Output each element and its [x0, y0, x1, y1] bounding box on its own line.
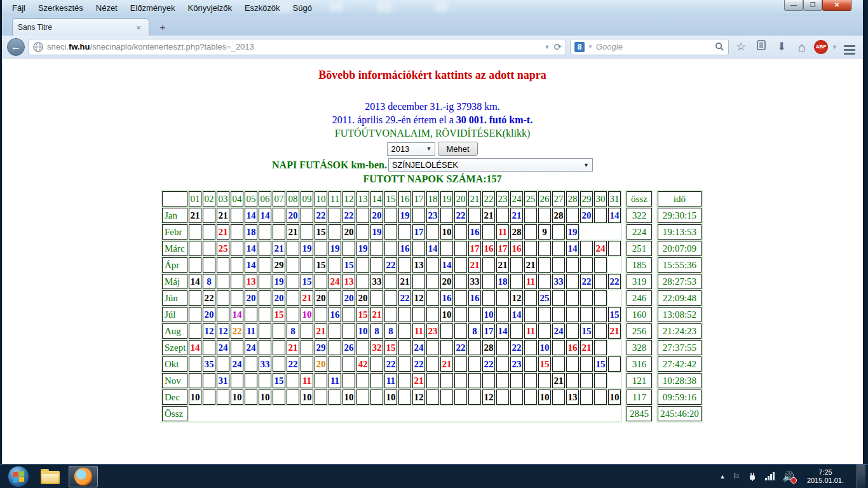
day-cell[interactable]: 16 — [468, 224, 481, 240]
day-cell[interactable]: 21 — [412, 373, 425, 388]
empty-day-cell[interactable] — [217, 274, 229, 289]
empty-day-cell[interactable] — [496, 390, 509, 405]
day-cell[interactable]: 22 — [384, 356, 397, 372]
day-cell[interactable]: 10 — [259, 390, 271, 405]
empty-day-cell[interactable] — [384, 290, 397, 306]
empty-day-cell[interactable] — [552, 257, 565, 273]
empty-day-cell[interactable] — [384, 274, 397, 289]
empty-day-cell[interactable] — [454, 356, 467, 372]
day-cell[interactable]: 33 — [370, 274, 383, 289]
empty-day-cell[interactable] — [566, 373, 579, 388]
menu-history[interactable]: Előzmények — [125, 2, 180, 14]
empty-day-cell[interactable] — [412, 274, 425, 289]
day-cell[interactable]: 20 — [315, 356, 327, 372]
empty-day-cell[interactable] — [454, 241, 467, 256]
empty-day-cell[interactable] — [231, 290, 243, 306]
day-cell[interactable]: 15 — [315, 224, 327, 240]
empty-day-cell[interactable] — [189, 241, 201, 256]
empty-day-cell[interactable] — [356, 257, 369, 273]
empty-day-cell[interactable] — [287, 290, 299, 306]
empty-day-cell[interactable] — [468, 356, 481, 372]
day-cell[interactable]: 19 — [566, 224, 579, 240]
day-cell[interactable]: 29 — [273, 257, 285, 273]
empty-day-cell[interactable] — [510, 274, 523, 289]
empty-day-cell[interactable] — [538, 373, 551, 388]
day-cell[interactable]: 13 — [566, 390, 579, 405]
day-cell[interactable]: 29 — [315, 340, 327, 355]
routes-link[interactable]: FUTÓÚTVONALAIM, RÖVIDÍTÉSEK(klikk) — [2, 128, 863, 139]
day-cell[interactable]: 24 — [329, 274, 341, 289]
day-cell[interactable]: 10 — [301, 390, 313, 405]
day-cell[interactable]: 21 — [315, 323, 327, 339]
day-cell[interactable]: 8 — [370, 323, 383, 339]
day-cell[interactable]: 10 — [538, 340, 551, 355]
empty-day-cell[interactable] — [273, 224, 285, 240]
empty-day-cell[interactable] — [580, 390, 593, 405]
empty-day-cell[interactable] — [552, 340, 565, 355]
empty-day-cell[interactable] — [384, 208, 397, 223]
empty-day-cell[interactable] — [259, 290, 271, 306]
empty-day-cell[interactable] — [440, 390, 453, 405]
taskbar-clock[interactable]: 7:25 2015.01.01. — [802, 468, 849, 485]
empty-day-cell[interactable] — [510, 323, 523, 339]
empty-day-cell[interactable] — [315, 241, 327, 256]
empty-day-cell[interactable] — [426, 307, 439, 322]
empty-day-cell[interactable] — [468, 390, 481, 405]
day-cell[interactable]: 16 — [468, 290, 481, 306]
empty-day-cell[interactable] — [398, 390, 411, 405]
day-cell[interactable]: 14 — [510, 307, 523, 322]
day-cell[interactable]: 13 — [412, 257, 425, 273]
empty-day-cell[interactable] — [454, 373, 467, 388]
empty-day-cell[interactable] — [454, 307, 467, 322]
day-cell[interactable]: 16 — [510, 241, 523, 256]
day-cell[interactable]: 14 — [608, 208, 621, 223]
empty-day-cell[interactable] — [412, 241, 425, 256]
empty-day-cell[interactable] — [440, 373, 453, 388]
empty-day-cell[interactable] — [412, 307, 425, 322]
bookmarks-menu-icon[interactable] — [753, 39, 770, 55]
day-cell[interactable]: 13 — [245, 274, 257, 289]
day-cell[interactable]: 24 — [594, 241, 607, 256]
day-cell[interactable]: 12 — [510, 290, 523, 306]
day-cell[interactable]: 20 — [342, 224, 355, 240]
empty-day-cell[interactable] — [482, 373, 495, 388]
day-cell[interactable]: 21 — [301, 290, 313, 306]
empty-day-cell[interactable] — [273, 356, 285, 372]
day-cell[interactable]: 20 — [203, 307, 215, 322]
day-cell[interactable]: 20 — [440, 274, 453, 289]
empty-day-cell[interactable] — [231, 241, 243, 256]
day-cell[interactable]: 15 — [315, 257, 327, 273]
empty-day-cell[interactable] — [259, 323, 271, 339]
empty-day-cell[interactable] — [203, 224, 215, 240]
empty-day-cell[interactable] — [398, 257, 411, 273]
action-center-flag-icon[interactable]: ⚐ — [733, 472, 740, 481]
tab-sans-titre[interactable]: Sans Titre × — [12, 18, 149, 36]
empty-day-cell[interactable] — [356, 340, 369, 355]
volume-muted-icon[interactable]: 🔊 — [782, 471, 794, 482]
empty-day-cell[interactable] — [329, 356, 341, 372]
empty-day-cell[interactable] — [189, 307, 201, 322]
day-cell[interactable]: 14 — [245, 257, 257, 273]
empty-day-cell[interactable] — [356, 390, 369, 405]
empty-day-cell[interactable] — [426, 274, 439, 289]
day-cell[interactable]: 10 — [231, 390, 243, 405]
day-cell[interactable]: 19 — [398, 208, 411, 223]
day-cell[interactable]: 20 — [580, 208, 593, 223]
day-cell[interactable]: 21 — [217, 208, 229, 223]
empty-day-cell[interactable] — [398, 356, 411, 372]
menu-edit[interactable]: Szerkesztés — [33, 2, 88, 14]
day-cell[interactable]: 21 — [510, 208, 523, 223]
day-cell[interactable]: 24 — [552, 323, 565, 339]
home-icon[interactable]: ⌂ — [794, 39, 810, 55]
empty-day-cell[interactable] — [454, 323, 467, 339]
empty-day-cell[interactable] — [217, 390, 229, 405]
empty-day-cell[interactable] — [342, 307, 355, 322]
day-cell[interactable]: 15 — [384, 340, 397, 355]
empty-day-cell[interactable] — [301, 257, 313, 273]
empty-day-cell[interactable] — [482, 224, 495, 240]
empty-day-cell[interactable] — [454, 224, 467, 240]
day-cell[interactable]: 11 — [245, 323, 257, 339]
day-cell[interactable]: 14 — [259, 208, 271, 223]
day-cell[interactable]: 15 — [538, 356, 551, 372]
empty-day-cell[interactable] — [203, 257, 215, 273]
